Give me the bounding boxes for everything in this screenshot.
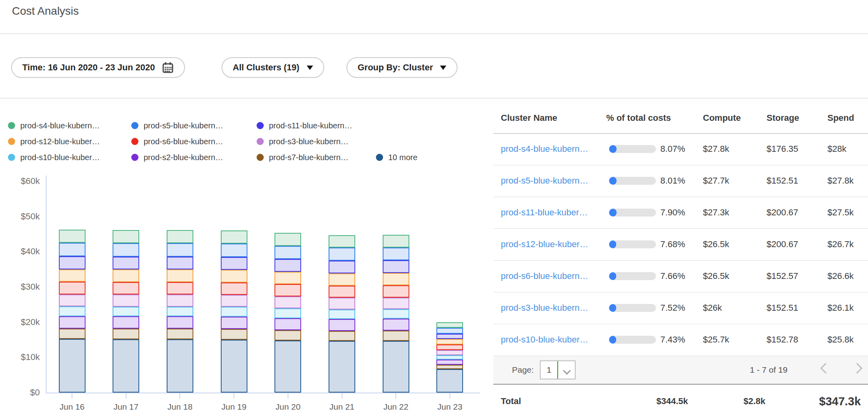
- bar-segment-prod-s12-blue-kuber[interactable]: [274, 272, 301, 284]
- bar-segment-prod-s11-blue-kubern[interactable]: [221, 257, 247, 270]
- bar-segment-prod-s12-blue-kuber[interactable]: [59, 269, 86, 282]
- bar-segment-prod-s3-blue-kubern[interactable]: [274, 296, 301, 308]
- bar-segment-prod-s10-blue-kuber[interactable]: [274, 308, 301, 318]
- bar-segment-prod-s12-blue-kuber[interactable]: [383, 273, 409, 285]
- bar-segment-prod-s4-blue-kubern[interactable]: [167, 230, 193, 243]
- bar-segment-prod-s7-blue-kubern[interactable]: [329, 331, 355, 341]
- bar-segment-prod-s11-blue-kubern[interactable]: [329, 261, 355, 273]
- bar-segment-prod-s10-blue-kuber[interactable]: [436, 355, 463, 360]
- bar-segment-prod-s5-blue-kubern[interactable]: [59, 243, 86, 256]
- bar-segment-prod-s7-blue-kubern[interactable]: [167, 329, 193, 339]
- prev-page-button[interactable]: [820, 363, 831, 373]
- y-axis-label: $10k: [6, 352, 40, 362]
- bar-segment-prod-s3-blue-kubern[interactable]: [221, 295, 247, 307]
- bar-segment-prod-s6-blue-kubern[interactable]: [274, 284, 301, 296]
- bar-segment-10-more[interactable]: [383, 341, 409, 393]
- bar-segment-prod-s12-blue-kuber[interactable]: [113, 269, 139, 282]
- bar-segment-prod-s11-blue-kubern[interactable]: [113, 257, 139, 270]
- bar-segment-prod-s5-blue-kubern[interactable]: [113, 243, 139, 257]
- table-total-row: Total $344.5k $2.8k $347.3k: [493, 385, 868, 418]
- y-axis-label: $60k: [6, 176, 40, 186]
- cluster-link[interactable]: prod-s6-blue-kubern…: [501, 271, 588, 281]
- bar-segment-prod-s7-blue-kubern[interactable]: [383, 331, 409, 341]
- bar-segment-prod-s10-blue-kuber[interactable]: [59, 306, 86, 316]
- bar-segment-prod-s3-blue-kubern[interactable]: [329, 298, 355, 309]
- bar-segment-prod-s11-blue-kubern[interactable]: [167, 257, 193, 270]
- bar-segment-10-more[interactable]: [221, 340, 247, 393]
- bar-segment-prod-s6-blue-kubern[interactable]: [329, 286, 355, 298]
- bar-segment-prod-s2-blue-kubern[interactable]: [59, 316, 86, 329]
- cluster-link[interactable]: prod-s11-blue-kuber…: [501, 207, 588, 218]
- bar-segment-prod-s4-blue-kubern[interactable]: [383, 235, 409, 248]
- bar-segment-prod-s7-blue-kubern[interactable]: [436, 365, 463, 370]
- cluster-link[interactable]: prod-s12-blue-kuber…: [501, 239, 588, 250]
- bar-segment-prod-s6-blue-kubern[interactable]: [221, 283, 247, 295]
- bar-segment-prod-s3-blue-kubern[interactable]: [59, 294, 86, 306]
- bar-segment-prod-s2-blue-kubern[interactable]: [221, 317, 247, 329]
- cluster-link[interactable]: prod-s3-blue-kubern…: [501, 303, 588, 313]
- bar-segment-10-more[interactable]: [167, 339, 193, 393]
- bar-segment-prod-s2-blue-kubern[interactable]: [167, 316, 193, 329]
- bar-segment-prod-s4-blue-kubern[interactable]: [113, 230, 139, 243]
- bar-segment-prod-s5-blue-kubern[interactable]: [383, 248, 409, 261]
- bar-segment-10-more[interactable]: [274, 341, 301, 393]
- bar-segment-prod-s2-blue-kubern[interactable]: [436, 360, 463, 365]
- bar-segment-prod-s4-blue-kubern[interactable]: [59, 230, 86, 243]
- bar-segment-prod-s4-blue-kubern[interactable]: [221, 230, 247, 244]
- bar-segment-prod-s10-blue-kuber[interactable]: [113, 307, 139, 317]
- bar-segment-prod-s4-blue-kubern[interactable]: [274, 233, 301, 246]
- bar-segment-prod-s5-blue-kubern[interactable]: [329, 248, 355, 261]
- bar-segment-prod-s11-blue-kubern[interactable]: [59, 256, 86, 269]
- cluster-link[interactable]: prod-s4-blue-kubern…: [501, 144, 588, 154]
- total-compute-value: $344.5k: [656, 396, 688, 406]
- bar-segment-prod-s7-blue-kubern[interactable]: [221, 329, 247, 340]
- bar-segment-prod-s7-blue-kubern[interactable]: [113, 329, 139, 339]
- bar-segment-prod-s12-blue-kuber[interactable]: [436, 339, 463, 344]
- bar-segment-10-more[interactable]: [329, 341, 355, 393]
- bar-segment-prod-s4-blue-kubern[interactable]: [436, 322, 463, 328]
- bar-segment-prod-s12-blue-kuber[interactable]: [329, 273, 355, 286]
- bar-segment-10-more[interactable]: [113, 339, 139, 393]
- page-select-divider: [557, 361, 558, 379]
- cluster-link[interactable]: prod-s5-blue-kubern…: [501, 176, 588, 186]
- next-page-button[interactable]: [852, 363, 862, 373]
- bar-segment-prod-s6-blue-kubern[interactable]: [383, 285, 409, 297]
- table-row: prod-s5-blue-kubern…8.01%$27.7k$152.51$2…: [493, 165, 868, 197]
- bar-segment-prod-s6-blue-kubern[interactable]: [113, 282, 139, 294]
- bar-segment-prod-s10-blue-kuber[interactable]: [167, 307, 193, 317]
- bar-segment-prod-s12-blue-kuber[interactable]: [221, 270, 247, 283]
- bar-segment-prod-s7-blue-kubern[interactable]: [274, 330, 301, 341]
- bar-segment-prod-s5-blue-kubern[interactable]: [436, 328, 463, 334]
- cluster-link[interactable]: prod-s10-blue-kuber…: [501, 335, 588, 345]
- bar-segment-prod-s11-blue-kubern[interactable]: [383, 260, 409, 273]
- bar-segment-prod-s11-blue-kubern[interactable]: [274, 259, 301, 272]
- bar-segment-prod-s3-blue-kubern[interactable]: [113, 294, 139, 306]
- y-axis-label: $0: [6, 387, 40, 398]
- bar-segment-prod-s2-blue-kubern[interactable]: [113, 316, 139, 329]
- bar-segment-prod-s5-blue-kubern[interactable]: [274, 246, 301, 259]
- bar-segment-prod-s3-blue-kubern[interactable]: [436, 350, 463, 355]
- bar-segment-prod-s10-blue-kuber[interactable]: [329, 310, 355, 319]
- bar-segment-prod-s12-blue-kuber[interactable]: [167, 269, 193, 282]
- bar-segment-prod-s2-blue-kubern[interactable]: [383, 319, 409, 331]
- bar-segment-prod-s6-blue-kubern[interactable]: [436, 344, 463, 350]
- group-by-filter[interactable]: Group By: Cluster: [346, 57, 457, 78]
- bar-segment-prod-s10-blue-kuber[interactable]: [383, 309, 409, 319]
- bar-segment-prod-s7-blue-kubern[interactable]: [59, 329, 86, 339]
- clusters-filter[interactable]: All Clusters (19): [222, 57, 324, 78]
- bar-segment-10-more[interactable]: [59, 339, 86, 393]
- bar-segment-10-more[interactable]: [436, 369, 463, 393]
- bar-segment-prod-s6-blue-kubern[interactable]: [167, 282, 193, 294]
- bar-segment-prod-s3-blue-kubern[interactable]: [383, 298, 409, 309]
- bar-segment-prod-s6-blue-kubern[interactable]: [59, 282, 86, 294]
- bar-segment-prod-s2-blue-kubern[interactable]: [274, 318, 301, 330]
- bar-segment-prod-s5-blue-kubern[interactable]: [221, 244, 247, 257]
- bar-segment-prod-s2-blue-kubern[interactable]: [329, 319, 355, 331]
- bar-segment-prod-s3-blue-kubern[interactable]: [167, 294, 193, 306]
- page-select[interactable]: 1: [540, 360, 576, 379]
- bar-segment-prod-s11-blue-kubern[interactable]: [436, 334, 463, 339]
- bar-segment-prod-s4-blue-kubern[interactable]: [329, 235, 355, 248]
- time-range-filter[interactable]: Time: 16 Jun 2020 - 23 Jun 2020: [11, 57, 185, 78]
- bar-segment-prod-s10-blue-kuber[interactable]: [221, 307, 247, 317]
- bar-segment-prod-s5-blue-kubern[interactable]: [167, 243, 193, 257]
